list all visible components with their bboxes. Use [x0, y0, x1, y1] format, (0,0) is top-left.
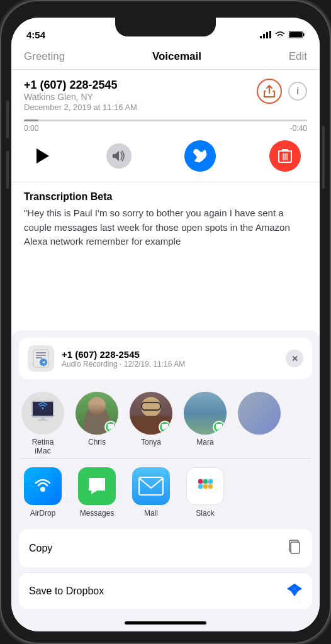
svg-rect-15	[41, 417, 45, 419]
app-airdrop[interactable]: AirDrop	[20, 467, 65, 518]
contact-avatar-fifth	[238, 392, 281, 435]
app-label-messages: Messages	[80, 509, 115, 518]
svg-rect-22	[198, 484, 203, 489]
contact-tonya[interactable]: Tonya	[128, 392, 174, 455]
apps-row: AirDrop Messages	[11, 458, 320, 524]
playback-controls	[24, 138, 307, 174]
message-badge-icon-tonya	[161, 423, 169, 431]
message-badge-icon	[107, 423, 115, 431]
share-preview-icon	[28, 345, 54, 372]
contacts-row: RetinaiMac	[11, 387, 320, 458]
copy-icon	[287, 538, 302, 558]
app-slack[interactable]: Slack	[182, 467, 228, 518]
call-button[interactable]	[184, 140, 216, 172]
dropbox-icon	[287, 582, 302, 600]
speaker-icon	[112, 150, 126, 162]
svg-point-17	[42, 408, 44, 409]
info-icon: i	[296, 86, 299, 96]
contact-retina-imac[interactable]: RetinaiMac	[20, 392, 65, 455]
progress-track[interactable]	[24, 119, 307, 121]
svg-rect-24	[203, 484, 208, 489]
svg-rect-23	[203, 479, 208, 484]
play-icon	[36, 148, 49, 164]
power-button[interactable]	[322, 126, 325, 189]
app-label-mail: Mail	[144, 509, 158, 518]
progress-container[interactable]: 0:00 -0:40	[24, 119, 307, 133]
app-label-slack: Slack	[196, 509, 214, 518]
voicemail-info: +1 (607) 228-2545 Watkins Glen, NY Decem…	[24, 79, 137, 118]
wifi-icon	[275, 31, 285, 38]
transcription-title: Transcription Beta	[24, 191, 307, 203]
nav-bar: Greeting Voicemail Edit	[11, 45, 320, 70]
contact-chris-message-badge	[104, 421, 117, 433]
svg-rect-1	[263, 34, 265, 38]
share-preview-card: +1 (607) 228-2545 Audio Recording · 12/2…	[19, 338, 312, 379]
contact-name-chris: Chris	[88, 438, 106, 447]
messages-app-icon	[78, 467, 116, 505]
trash-icon	[278, 148, 292, 164]
share-button[interactable]	[257, 79, 282, 104]
contact-name-tonya: Tonya	[141, 438, 161, 447]
progress-fill	[24, 119, 38, 121]
home-bar[interactable]	[125, 621, 206, 625]
volume-up-button[interactable]	[6, 101, 9, 138]
share-preview-subtitle: Audio Recording · 12/2/19, 11:16 AM	[62, 360, 185, 369]
phone-screen: 4:54	[11, 18, 320, 631]
airdrop-app-icon	[24, 467, 62, 505]
copy-action-row[interactable]: Copy	[19, 529, 312, 567]
contact-mara[interactable]: Mara	[182, 392, 228, 455]
contact-name-mara: Mara	[196, 438, 213, 447]
share-preview-info: +1 (607) 228-2545 Audio Recording · 12/2…	[62, 349, 185, 369]
contact-name-retina-imac: RetinaiMac	[32, 438, 54, 455]
contact-avatar-chris	[76, 392, 118, 435]
svg-rect-2	[266, 32, 268, 38]
contact-mara-message-badge	[213, 421, 225, 433]
share-icon	[264, 85, 275, 97]
svg-rect-11	[36, 357, 42, 358]
message-badge-icon-mara	[215, 423, 223, 431]
progress-times: 0:00 -0:40	[24, 124, 307, 133]
progress-end: -0:40	[290, 124, 307, 133]
svg-rect-16	[38, 419, 48, 421]
voicemail-content: +1 (607) 228-2545 Watkins Glen, NY Decem…	[11, 70, 320, 182]
contact-avatar-retina-imac	[21, 392, 64, 435]
transcription-section: Transcription Beta "Hey this is Paul I'm…	[11, 182, 320, 255]
contact-fifth[interactable]	[237, 392, 282, 455]
status-time: 4:54	[26, 30, 45, 40]
delete-button[interactable]	[269, 140, 301, 172]
nav-title: Voicemail	[152, 50, 201, 63]
voicemail-header: +1 (607) 228-2545 Watkins Glen, NY Decem…	[24, 79, 307, 118]
copy-doc-icon	[287, 538, 302, 555]
slack-app-icon	[186, 467, 224, 505]
save-dropbox-action-row[interactable]: Save to Dropbox	[19, 572, 312, 609]
messages-icon	[86, 475, 108, 497]
svg-point-19	[40, 487, 45, 492]
info-button[interactable]: i	[288, 82, 307, 101]
battery-icon	[289, 31, 305, 38]
voicemail-location: Watkins Glen, NY	[24, 92, 137, 102]
contact-avatar-mara	[184, 392, 227, 435]
audio-recording-icon	[31, 348, 51, 369]
slack-icon	[193, 474, 217, 498]
nav-greeting-button[interactable]: Greeting	[24, 50, 65, 63]
app-messages[interactable]: Messages	[74, 467, 120, 518]
contact-chris[interactable]: Chris	[74, 392, 120, 455]
mail-icon	[138, 477, 164, 496]
dropbox-logo-icon	[287, 582, 302, 597]
volume-down-button[interactable]	[6, 151, 9, 189]
speaker-button[interactable]	[106, 143, 132, 169]
svg-rect-20	[139, 477, 163, 495]
svg-rect-21	[198, 479, 203, 484]
imac-icon	[27, 397, 59, 429]
app-mail[interactable]: Mail	[128, 467, 174, 518]
play-button[interactable]	[30, 145, 53, 167]
progress-start: 0:00	[24, 124, 38, 133]
nav-edit-button[interactable]: Edit	[289, 50, 307, 63]
svg-rect-28	[291, 542, 300, 553]
contact-avatar-tonya	[130, 392, 172, 435]
share-close-button[interactable]: ✕	[286, 350, 303, 367]
svg-rect-0	[260, 36, 262, 38]
svg-rect-5	[303, 33, 305, 36]
svg-rect-3	[269, 31, 271, 38]
notch	[115, 18, 216, 36]
